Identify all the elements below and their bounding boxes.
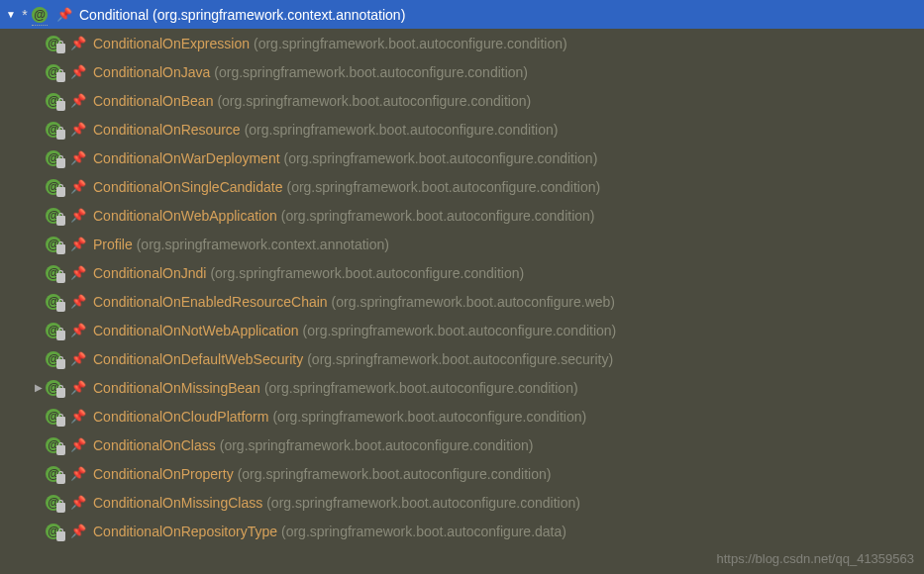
class-name: ConditionalOnProperty xyxy=(93,466,234,482)
pin-icon: 📌 xyxy=(69,523,87,540)
tree-child-row[interactable]: ▶📌ConditionalOnMissingBean(org.springfra… xyxy=(0,373,924,402)
class-name: Profile xyxy=(93,237,133,252)
expand-arrow-icon[interactable]: ▶ xyxy=(32,382,46,393)
pin-icon: 📌 xyxy=(69,350,87,368)
annotation-icon xyxy=(46,121,67,139)
pin-icon: 📌 xyxy=(69,121,87,139)
package-name: (org.springframework.boot.autoconfigure.… xyxy=(303,323,617,338)
tree-child-row[interactable]: 📌ConditionalOnClass(org.springframework.… xyxy=(0,430,924,459)
pin-icon: 📌 xyxy=(55,6,73,24)
annotation-icon xyxy=(46,350,67,368)
tree-root-row[interactable]: ▼ * 📌 Conditional (org.springframework.c… xyxy=(0,0,924,29)
tree-child-row[interactable]: 📌ConditionalOnJava(org.springframework.b… xyxy=(0,57,924,86)
class-name: ConditionalOnNotWebApplication xyxy=(93,323,299,338)
pin-icon: 📌 xyxy=(69,408,87,426)
annotation-icon xyxy=(46,149,67,167)
pin-icon: 📌 xyxy=(69,322,87,339)
pin-icon: 📌 xyxy=(69,207,87,225)
annotation-icon xyxy=(46,436,67,454)
pin-icon: 📌 xyxy=(69,178,87,196)
package-name: (org.springframework.boot.autoconfigure.… xyxy=(238,466,552,482)
tree-child-row[interactable]: 📌ConditionalOnJndi(org.springframework.b… xyxy=(0,258,924,287)
annotation-icon xyxy=(46,379,67,397)
package-name: (org.springframework.boot.autoconfigure.… xyxy=(281,524,566,539)
annotation-icon xyxy=(46,264,67,282)
tree-child-row[interactable]: 📌ConditionalOnProperty(org.springframewo… xyxy=(0,459,924,488)
class-name: ConditionalOnWebApplication xyxy=(93,208,277,224)
pin-icon: 📌 xyxy=(69,92,87,110)
package-name: (org.springframework.boot.autoconfigure.… xyxy=(245,122,559,138)
annotation-icon xyxy=(46,207,67,225)
package-name: (org.springframework.boot.autoconfigure.… xyxy=(220,437,534,453)
annotation-icon xyxy=(46,322,67,339)
class-name: ConditionalOnResource xyxy=(93,122,241,138)
pin-icon: 📌 xyxy=(69,264,87,282)
package-name: (org.springframework.boot.autoconfigure.… xyxy=(264,380,578,396)
tree-child-row[interactable]: 📌ConditionalOnWarDeployment(org.springfr… xyxy=(0,144,924,172)
class-name: ConditionalOnWarDeployment xyxy=(93,150,280,166)
annotation-icon xyxy=(46,408,67,426)
tree-child-row[interactable]: 📌ConditionalOnNotWebApplication(org.spri… xyxy=(0,316,924,344)
class-name: ConditionalOnClass xyxy=(93,437,216,453)
pin-icon: 📌 xyxy=(69,35,87,52)
class-name: ConditionalOnMissingBean xyxy=(93,380,260,396)
pin-icon: 📌 xyxy=(69,236,87,253)
tree-child-row[interactable]: 📌ConditionalOnMissingClass(org.springfra… xyxy=(0,488,924,517)
package-name: (org.springframework.boot.autoconfigure.… xyxy=(266,495,580,511)
tree-child-row[interactable]: 📌ConditionalOnWebApplication(org.springf… xyxy=(0,201,924,230)
package-name: (org.springframework.boot.autoconfigure.… xyxy=(210,265,524,281)
class-name: ConditionalOnMissingClass xyxy=(93,495,262,511)
annotation-icon xyxy=(46,178,67,196)
watermark: https://blog.csdn.net/qq_41359563 xyxy=(717,551,915,566)
class-name: ConditionalOnJndi xyxy=(93,265,206,281)
class-name: ConditionalOnCloudPlatform xyxy=(93,409,268,425)
annotation-icon xyxy=(46,236,67,253)
class-hierarchy-tree: ▼ * 📌 Conditional (org.springframework.c… xyxy=(0,0,924,545)
pin-icon: 📌 xyxy=(69,149,87,167)
package-name: (org.springframework.boot.autoconfigure.… xyxy=(217,93,531,109)
package-name: (org.springframework.boot.autoconfigure.… xyxy=(281,208,595,224)
package-name: (org.springframework.boot.autoconfigure.… xyxy=(286,179,600,195)
tree-child-row[interactable]: 📌ConditionalOnCloudPlatform(org.springfr… xyxy=(0,402,924,430)
tree-child-row[interactable]: 📌ConditionalOnDefaultWebSecurity(org.spr… xyxy=(0,344,924,373)
package-name: (org.springframework.boot.autoconfigure.… xyxy=(307,351,613,367)
class-name: ConditionalOnDefaultWebSecurity xyxy=(93,351,303,367)
tree-child-row[interactable]: 📌ConditionalOnBean(org.springframework.b… xyxy=(0,86,924,115)
tree-child-row[interactable]: 📌Profile(org.springframework.context.ann… xyxy=(0,230,924,258)
pin-icon: 📌 xyxy=(69,436,87,454)
annotation-icon xyxy=(46,63,67,81)
tree-child-row[interactable]: 📌ConditionalOnRepositoryType(org.springf… xyxy=(0,517,924,545)
package-name: (org.springframework.boot.autoconfigure.… xyxy=(254,36,567,51)
package-name: (org.springframework.context.annotation) xyxy=(137,237,389,252)
annotation-icon xyxy=(32,6,53,24)
pin-icon: 📌 xyxy=(69,494,87,512)
class-name: ConditionalOnJava xyxy=(93,64,210,80)
annotation-icon xyxy=(46,494,67,512)
package-name: (org.springframework.boot.autoconfigure.… xyxy=(272,409,586,425)
star-icon: * xyxy=(18,7,32,23)
tree-child-row[interactable]: 📌ConditionalOnSingleCandidate(org.spring… xyxy=(0,172,924,201)
class-name: ConditionalOnExpression xyxy=(93,36,250,51)
class-name: ConditionalOnRepositoryType xyxy=(93,524,277,539)
pin-icon: 📌 xyxy=(69,63,87,81)
package-name: (org.springframework.boot.autoconfigure.… xyxy=(284,150,598,166)
annotation-icon xyxy=(46,92,67,110)
annotation-icon xyxy=(46,293,67,311)
class-name: Conditional xyxy=(79,7,149,23)
package-name: (org.springframework.boot.autoconfigure.… xyxy=(214,64,528,80)
annotation-icon xyxy=(46,35,67,52)
pin-icon: 📌 xyxy=(69,293,87,311)
package-name: (org.springframework.context.annotation) xyxy=(153,7,405,23)
annotation-icon xyxy=(46,523,67,540)
tree-child-row[interactable]: 📌ConditionalOnResource(org.springframewo… xyxy=(0,115,924,144)
tree-child-row[interactable]: 📌ConditionalOnEnabledResourceChain(org.s… xyxy=(0,287,924,316)
class-name: ConditionalOnEnabledResourceChain xyxy=(93,294,328,310)
expand-arrow-icon[interactable]: ▼ xyxy=(4,9,18,20)
class-name: ConditionalOnSingleCandidate xyxy=(93,179,282,195)
package-name: (org.springframework.boot.autoconfigure.… xyxy=(332,294,615,310)
annotation-icon xyxy=(46,465,67,483)
tree-child-row[interactable]: 📌ConditionalOnExpression(org.springframe… xyxy=(0,29,924,57)
pin-icon: 📌 xyxy=(69,379,87,397)
pin-icon: 📌 xyxy=(69,465,87,483)
class-name: ConditionalOnBean xyxy=(93,93,213,109)
